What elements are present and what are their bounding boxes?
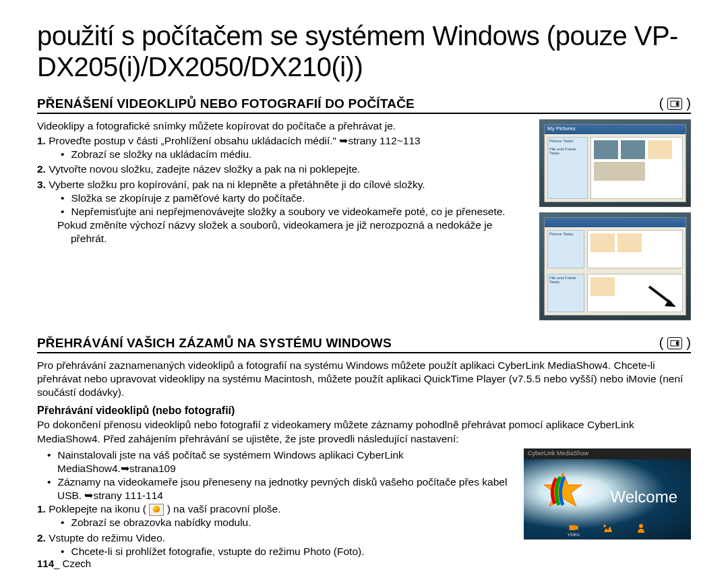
step-2: 2. Vytvořte novou složku, zadejte název …: [37, 163, 529, 176]
play-step1: 1. Poklepejte na ikonu ( ) na vaší praco…: [37, 502, 514, 529]
section2-heading: PŘEHRÁVÁNÍ VAŠICH ZÁZAMŮ NA SYSTÉMU WIND…: [37, 336, 392, 351]
section1-intro: Videoklipy a fotografické snímky můžete …: [37, 119, 529, 133]
section2-bottom: Nainstalovali jste na váš počítač se sys…: [37, 448, 691, 560]
step3-note: Pokud změníte výchozí názvy složek a sou…: [51, 218, 529, 245]
step-3: 3. Vyberte složku pro kopírování, pak na…: [37, 178, 529, 246]
section1-heading: PŘENÁŠENÍ VIDEOKLIPŮ NEBO FOTOGRAFIÍ DO …: [37, 96, 415, 111]
welcome-label: Welcome: [610, 488, 677, 506]
svg-point-8: [639, 524, 643, 528]
section2-subheading: Přehrávání videoklipů (nebo fotografií): [37, 405, 691, 417]
section1-header: PŘENÁŠENÍ VIDEOKLIPŮ NEBO FOTOGRAFIÍ DO …: [37, 96, 691, 114]
section1-content: Videoklipy a fotografické snímky můžete …: [37, 119, 691, 320]
mediashow-welcome-screenshot: CyberLink MediaShow Welcome Video: [524, 448, 691, 539]
mediashow-desktop-icon: [149, 504, 164, 516]
windows-explorer-screenshot-2: Picture Tasks File and Folder Tasks: [539, 212, 691, 320]
person-mode-icon: [634, 523, 648, 537]
play-step2: 2. Vstupte do režimu Video. Chcete-li si…: [37, 531, 514, 558]
svg-marker-4: [676, 341, 678, 345]
step1-bullet: Zobrazí se složky na ukládacím médiu.: [51, 148, 529, 161]
windows-explorer-screenshot-1: My Pictures Picture Tasks File and Folde…: [539, 119, 691, 207]
mode-icons: ( ): [659, 96, 691, 111]
mode-icons-2: ( ): [659, 335, 691, 351]
star-icon: [543, 471, 583, 512]
camera-mode-icon: [667, 98, 682, 110]
svg-marker-6: [576, 525, 578, 529]
section2-para: Po dokončení přenosu videoklipů nebo fot…: [37, 418, 691, 445]
photo-mode-icon: [601, 523, 614, 537]
svg-point-7: [603, 525, 606, 527]
camera-mode-icon: [667, 337, 682, 349]
svg-rect-5: [570, 525, 576, 529]
prereq-bullet2: Záznamy na videokameře jsou přeneseny na…: [37, 475, 514, 502]
step3-bullet2: Nepřemisťujte ani nepřejmenovávejte slož…: [51, 205, 529, 218]
page-title: použití s počítačem se systémem Windows …: [37, 20, 691, 82]
play-step2-bullet: Chcete-li si prohlížet fotografie, vstup…: [51, 545, 514, 558]
prereq-bullet1: Nainstalovali jste na váš počítač se sys…: [37, 448, 514, 475]
step3-bullet1: Složka se zkopíruje z paměťové karty do …: [51, 192, 529, 205]
play-step1-bullet: Zobrazí se obrazovka nabídky modulu.: [51, 516, 514, 529]
section2-intro: Pro přehrávání zaznamenaných videoklipů …: [37, 359, 691, 399]
svg-marker-1: [676, 101, 678, 106]
section2-header: PŘEHRÁVÁNÍ VAŠICH ZÁZAMŮ NA SYSTÉMU WIND…: [37, 335, 691, 353]
video-mode-icon: Video: [567, 523, 580, 537]
step-1: 1. Proveďte postup v části „Prohlížení o…: [37, 134, 529, 161]
page-footer: 114_ Czech: [37, 558, 91, 569]
